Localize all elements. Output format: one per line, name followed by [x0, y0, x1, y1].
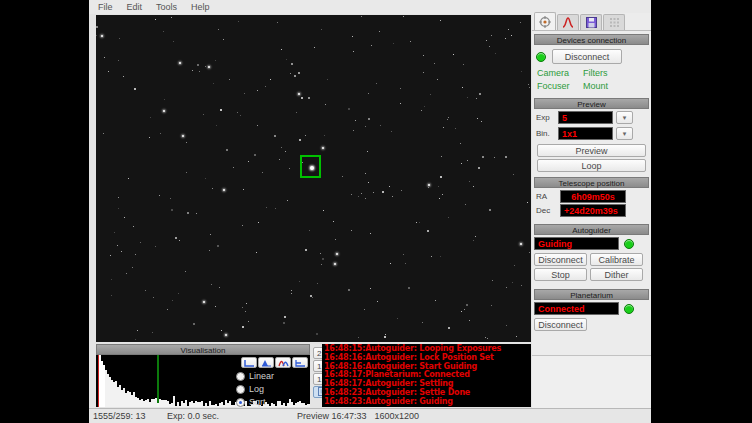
linear-radio-label: Linear — [249, 371, 274, 381]
exposure-status: Exp: 0.0 sec. — [163, 411, 293, 421]
dec-label: Dec — [536, 206, 560, 215]
crosshair-target-icon — [539, 16, 551, 28]
ra-label: RA — [536, 192, 560, 201]
visualisation-panel: Visualisation — [96, 344, 310, 407]
guide-selection-box[interactable] — [300, 155, 321, 178]
radio-linear-row[interactable]: Linear — [236, 371, 308, 381]
exposure-field[interactable]: 5 — [558, 111, 613, 124]
planetarium-status-led — [624, 304, 634, 314]
log-line: 16:48:23:Autoguider: Guiding — [324, 398, 531, 407]
linear-radio[interactable] — [236, 372, 245, 381]
pixel-info: 1555/259: 13 — [89, 411, 163, 421]
planetarium-status-field: Connected — [534, 302, 619, 315]
planetarium-disconnect-button[interactable]: Disconnect — [534, 318, 587, 331]
peak-curve-icon — [261, 359, 272, 367]
bin-label: Bin. — [536, 129, 558, 138]
message-log[interactable]: 16:48:15:Autoguider: Looping Exposures 1… — [322, 344, 531, 407]
sqrt-radio-label: Sqrt — [249, 397, 266, 407]
stretch-preset-3-button[interactable] — [275, 357, 291, 368]
binning-field[interactable]: 1x1 — [558, 127, 613, 140]
histogram-display[interactable]: Linear Log Sqrt — [96, 355, 310, 407]
autoguider-dither-button[interactable]: Dither — [590, 268, 643, 281]
step-curve-icon — [295, 359, 306, 367]
sqrt-radio[interactable] — [236, 398, 245, 407]
image-resolution: 1600x1200 — [371, 411, 424, 421]
tab-save[interactable] — [580, 14, 602, 30]
autoguider-status-field: Guiding — [534, 237, 619, 250]
mount-link[interactable]: Mount — [583, 81, 647, 91]
exp-label: Exp — [536, 113, 558, 122]
visualisation-title: Visualisation — [96, 344, 310, 355]
devices-section-header: Devices connection — [534, 34, 649, 45]
menu-edit[interactable]: Edit — [127, 2, 143, 12]
autoguider-status-led — [624, 239, 634, 249]
device-links: Camera Filters Focuser Mount — [532, 64, 651, 93]
camera-link[interactable]: Camera — [537, 68, 583, 78]
red-curve-icon — [562, 17, 574, 28]
menu-bar: File Edit Tools Help — [89, 0, 651, 14]
planetarium-section-header: Planetarium — [534, 289, 649, 300]
control-sidebar: Devices connection Disconnect Camera Fil… — [532, 13, 651, 408]
status-bar: 1555/259: 13 Exp: 0.0 sec. Preview 16:47… — [89, 408, 651, 423]
menu-file[interactable]: File — [98, 2, 113, 12]
autoguider-section-header: Autoguider — [534, 224, 649, 235]
tab-guider[interactable] — [534, 12, 556, 30]
stretch-preset-2-button[interactable] — [258, 357, 274, 368]
app-window: File Edit Tools Help — [89, 0, 651, 423]
preview-button[interactable]: Preview — [537, 144, 646, 157]
menu-tools[interactable]: Tools — [156, 2, 177, 12]
ra-value: 6h09m50s — [560, 190, 626, 203]
floppy-save-icon — [586, 17, 597, 28]
devices-disconnect-button[interactable]: Disconnect — [552, 49, 622, 64]
exposure-dropdown-button[interactable]: ▾ — [616, 111, 633, 124]
menu-help[interactable]: Help — [191, 2, 210, 12]
filters-link[interactable]: Filters — [583, 68, 647, 78]
radio-sqrt-row[interactable]: Sqrt — [236, 397, 308, 407]
sidebar-tabs — [532, 13, 651, 31]
stretch-preset-1-button[interactable] — [241, 357, 257, 368]
grid-icon — [609, 17, 620, 28]
focuser-link[interactable]: Focuser — [537, 81, 583, 91]
visualisation-controls: Linear Log Sqrt — [236, 357, 308, 407]
stretch-preset-4-button[interactable] — [292, 357, 308, 368]
devices-status-led — [536, 52, 546, 62]
tab-histogram[interactable] — [557, 14, 579, 30]
autoguider-disconnect-button[interactable]: Disconnect — [534, 253, 587, 266]
radio-log-row[interactable]: Log — [236, 384, 308, 394]
tab-grid[interactable] — [603, 14, 625, 30]
preview-section-header: Preview — [534, 98, 649, 109]
telescope-section-header: Telescope position — [534, 177, 649, 188]
autoguider-calibrate-button[interactable]: Calibrate — [590, 253, 643, 266]
guide-star — [310, 166, 314, 170]
letterbox-stage: File Edit Tools Help — [0, 0, 752, 423]
dual-curve-icon — [278, 359, 289, 367]
log-radio[interactable] — [236, 385, 245, 394]
camera-image-view[interactable] — [96, 15, 531, 342]
stretch-curve-icon — [244, 359, 255, 367]
dec-value: +24d20m39s — [560, 204, 626, 217]
loop-button[interactable]: Loop — [537, 159, 646, 172]
binning-dropdown-button[interactable]: ▾ — [616, 127, 633, 140]
autoguider-stop-button[interactable]: Stop — [534, 268, 587, 281]
preview-timestamp: Preview 16:47:33 — [293, 411, 371, 421]
log-radio-label: Log — [249, 384, 264, 394]
